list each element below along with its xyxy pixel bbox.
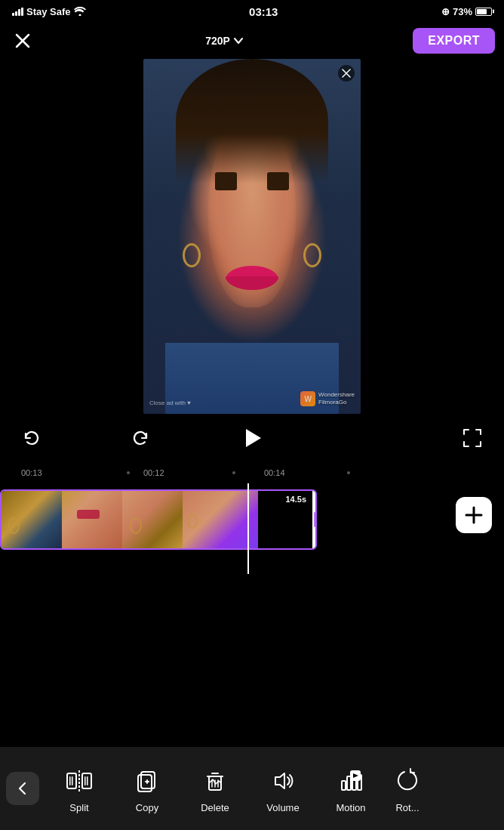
ruler-dot-2	[232, 471, 235, 474]
chevron-down-icon	[233, 35, 244, 46]
timeline-space	[0, 574, 504, 733]
svg-rect-10	[69, 776, 71, 785]
svg-rect-13	[87, 776, 88, 785]
svg-rect-27	[352, 779, 356, 790]
time-mark-3: 00:14	[264, 468, 285, 477]
add-clip-button[interactable]	[456, 497, 492, 533]
spacer	[350, 424, 377, 452]
motion-icon	[334, 764, 367, 798]
track-thumb-1	[2, 491, 62, 548]
close-button[interactable]	[9, 27, 36, 54]
track-thumb-3	[122, 491, 183, 548]
video-frame	[143, 59, 361, 414]
status-bar: Stay Safe 03:13 ⊕ 73%	[0, 0, 504, 23]
bottom-toolbar: Split Copy Delet	[0, 747, 504, 830]
playhead	[247, 483, 249, 574]
tool-delete[interactable]: Delete	[181, 754, 249, 822]
tool-motion[interactable]: Motion	[317, 754, 385, 822]
ad-label: Close ad with ♥	[149, 400, 191, 406]
video-track[interactable]: 14.5s	[0, 489, 317, 550]
status-right: ⊕ 73%	[441, 6, 492, 17]
earring-left	[183, 243, 201, 267]
split-icon	[63, 764, 96, 798]
undo-button[interactable]	[18, 424, 45, 452]
watermark-text: Wondershare FilmoraGo	[318, 391, 355, 406]
time-mark-2: 00:12	[143, 468, 164, 477]
track-end-handle[interactable]	[312, 491, 317, 548]
timeline-ruler: 00:13 00:12 00:14	[0, 462, 504, 483]
svg-rect-12	[85, 776, 86, 785]
motion-label: Motion	[336, 802, 365, 813]
rotate-label: Rot...	[395, 802, 419, 813]
location-icon: ⊕	[441, 6, 450, 17]
lips	[226, 266, 278, 290]
ruler-dot-3	[347, 471, 350, 474]
resolution-button[interactable]: 720P	[205, 35, 244, 47]
watermark: W Wondershare FilmoraGo	[300, 391, 355, 406]
svg-marker-4	[246, 429, 261, 447]
tool-split[interactable]: Split	[45, 754, 113, 822]
delete-label: Delete	[201, 802, 229, 813]
tool-volume[interactable]: Volume	[249, 754, 317, 822]
volume-icon	[266, 764, 300, 798]
track-duration: 14.5s	[282, 494, 309, 504]
carrier-label: Stay Safe	[26, 6, 71, 17]
ruler-dot-1	[127, 471, 130, 474]
playback-controls	[0, 414, 504, 462]
wifi-icon	[74, 7, 86, 16]
split-label: Split	[69, 802, 88, 813]
tool-copy[interactable]: Copy	[113, 754, 181, 822]
signal-icon	[12, 8, 23, 16]
timeline-container[interactable]: 14.5s	[0, 483, 504, 574]
svg-marker-24	[275, 773, 284, 788]
play-button[interactable]	[235, 421, 269, 455]
battery-icon	[475, 8, 492, 16]
status-left: Stay Safe	[12, 6, 86, 17]
svg-rect-25	[342, 781, 346, 790]
watermark-logo: W	[300, 391, 315, 406]
status-time: 03:13	[249, 5, 278, 18]
battery-percent: 73%	[453, 6, 472, 17]
back-button[interactable]	[6, 772, 39, 805]
volume-label: Volume	[266, 802, 299, 813]
video-preview: Close ad with ♥ W Wondershare FilmoraGo	[143, 59, 361, 414]
earring-right	[303, 243, 321, 267]
tool-rotate[interactable]: Rot...	[385, 754, 430, 822]
time-mark-1: 00:13	[21, 468, 42, 477]
redo-button[interactable]	[127, 424, 154, 452]
rotate-icon	[391, 764, 424, 798]
delete-icon	[198, 764, 232, 798]
export-button[interactable]: EXPORT	[413, 28, 495, 54]
svg-rect-11	[72, 776, 73, 785]
ad-close-button[interactable]	[338, 65, 355, 82]
fullscreen-button[interactable]	[459, 424, 486, 452]
copy-label: Copy	[136, 802, 158, 813]
resolution-label: 720P	[205, 35, 230, 47]
track-thumb-4	[183, 491, 258, 548]
top-controls: 720P EXPORT	[0, 23, 504, 59]
track-thumb-2	[62, 491, 122, 548]
ruler-marks: 00:13 00:12 00:14	[0, 462, 504, 483]
copy-icon	[131, 764, 164, 798]
